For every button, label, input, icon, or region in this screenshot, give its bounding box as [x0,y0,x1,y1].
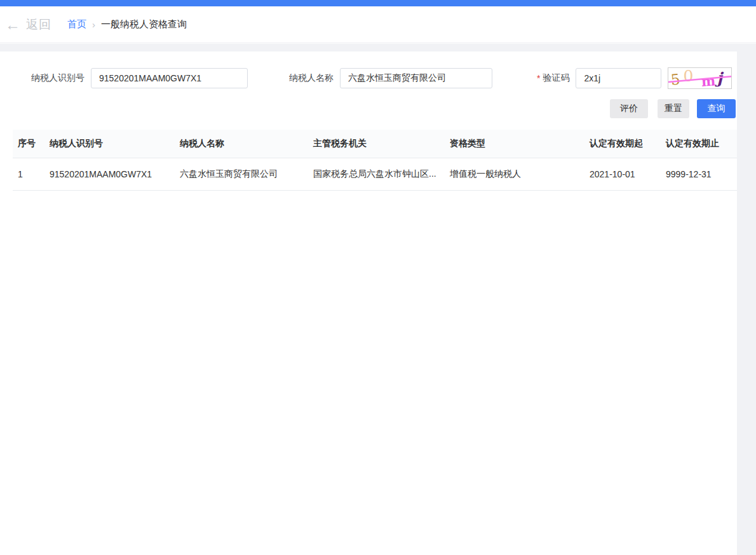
taxpayer-id-input[interactable] [91,68,248,88]
query-form: 纳税人识别号 纳税人名称 * 验证码 5 0 m j [0,68,737,88]
back-arrow-icon: ← [5,17,20,32]
top-accent-bar [0,0,756,6]
captcha-field-group: * 验证码 5 0 m j [537,67,732,89]
taxpayer-name-input[interactable] [340,68,492,88]
query-button[interactable]: 查询 [697,99,736,118]
page-header: ← 返回 首页 › 一般纳税人资格查询 [0,6,756,43]
col-header-index: 序号 [13,130,44,158]
cell-taxpayer-id: 91520201MAAM0GW7X1 [44,158,175,190]
cell-taxpayer-name: 六盘水恒玉商贸有限公司 [175,158,308,190]
col-header-qualification-type: 资格类型 [445,130,584,158]
required-asterisk: * [537,73,540,83]
cell-index: 1 [13,158,44,190]
table-row[interactable]: 1 91520201MAAM0GW7X1 六盘水恒玉商贸有限公司 国家税务总局六… [13,158,737,190]
taxpayer-id-field-group: 纳税人识别号 [31,68,248,88]
taxpayer-name-label: 纳税人名称 [289,72,334,84]
cell-tax-authority: 国家税务总局六盘水市钟山区... [308,158,445,190]
col-header-valid-to: 认定有效期止 [661,130,737,158]
evaluate-button[interactable]: 评价 [610,99,648,118]
cell-valid-to: 9999-12-31 [661,158,737,190]
cell-qualification-type: 增值税一般纳税人 [445,158,584,190]
cell-valid-from: 2021-10-01 [584,158,661,190]
taxpayer-id-label: 纳税人识别号 [31,72,84,84]
captcha-input[interactable] [576,68,661,88]
captcha-image[interactable]: 5 0 m j [668,67,732,89]
page-title: 一般纳税人资格查询 [101,18,187,31]
col-header-taxpayer-name: 纳税人名称 [175,130,308,158]
taxpayer-name-field-group: 纳税人名称 [289,68,492,88]
col-header-valid-from: 认定有效期起 [584,130,661,158]
breadcrumb: 首页 › 一般纳税人资格查询 [67,18,187,31]
col-header-taxpayer-id: 纳税人识别号 [44,130,175,158]
breadcrumb-home-link[interactable]: 首页 [67,18,86,31]
reset-button[interactable]: 重置 [658,99,689,118]
captcha-noise-line [668,68,732,89]
table-header-row: 序号 纳税人识别号 纳税人名称 主管税务机关 资格类型 认定有效期起 认定有效期… [13,130,737,158]
col-header-tax-authority: 主管税务机关 [308,130,445,158]
back-button[interactable]: ← 返回 [5,17,51,33]
main-panel: 纳税人识别号 纳税人名称 * 验证码 5 0 m j 评价 重置 查询 [0,51,737,555]
results-table: 序号 纳税人识别号 纳税人名称 主管税务机关 资格类型 认定有效期起 认定有效期… [13,130,737,191]
captcha-label: 验证码 [543,72,569,84]
breadcrumb-separator-icon: › [92,19,95,30]
back-label: 返回 [26,17,51,33]
action-buttons: 评价 重置 查询 [0,99,737,118]
